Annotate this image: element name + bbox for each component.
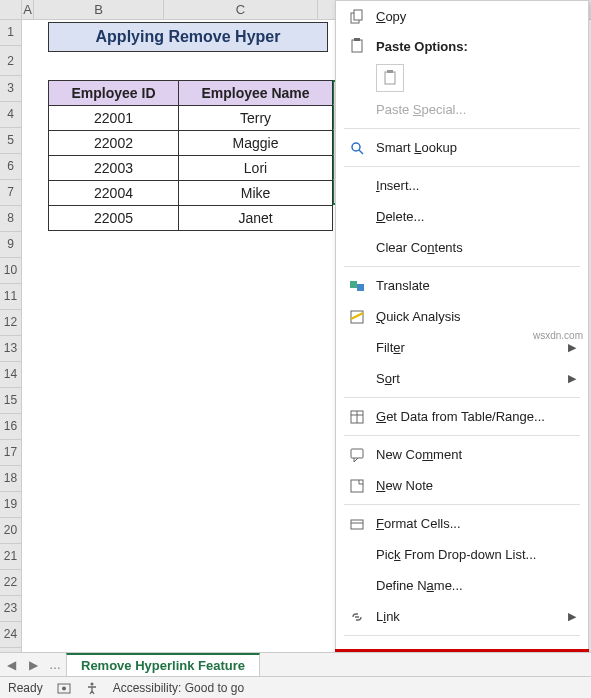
menu-sort[interactable]: Sort ▶ bbox=[336, 363, 588, 394]
row-header[interactable]: 21 bbox=[0, 544, 22, 570]
menu-separator bbox=[344, 504, 580, 505]
row-header[interactable]: 15 bbox=[0, 388, 22, 414]
menu-label: Sort bbox=[368, 371, 568, 386]
menu-label: Paste Options: bbox=[368, 39, 576, 54]
row-header[interactable]: 6 bbox=[0, 154, 22, 180]
menu-paste-special[interactable]: Paste Special... bbox=[336, 94, 588, 125]
menu-delete[interactable]: Delete... bbox=[336, 201, 588, 232]
menu-pick-list[interactable]: Pick From Drop-down List... bbox=[336, 539, 588, 570]
svg-rect-4 bbox=[385, 72, 395, 84]
svg-rect-8 bbox=[350, 281, 357, 288]
menu-define-name[interactable]: Define Name... bbox=[336, 570, 588, 601]
svg-point-6 bbox=[352, 143, 360, 151]
cell[interactable]: Terry bbox=[179, 106, 333, 131]
status-accessibility: Accessibility: Good to go bbox=[113, 681, 244, 695]
menu-quick-analysis[interactable]: Quick Analysis bbox=[336, 301, 588, 332]
row-header[interactable]: 12 bbox=[0, 310, 22, 336]
chevron-right-icon: ▶ bbox=[568, 610, 576, 623]
row-header[interactable]: 7 bbox=[0, 180, 22, 206]
menu-new-comment[interactable]: New Comment bbox=[336, 439, 588, 470]
svg-rect-2 bbox=[352, 40, 362, 52]
row-header[interactable]: 19 bbox=[0, 492, 22, 518]
svg-rect-1 bbox=[354, 10, 362, 20]
menu-separator bbox=[344, 397, 580, 398]
cell[interactable]: 22003 bbox=[49, 156, 179, 181]
accessibility-icon[interactable] bbox=[85, 681, 99, 695]
menu-new-note[interactable]: New Note bbox=[336, 470, 588, 501]
menu-label: Delete... bbox=[368, 209, 576, 224]
cell[interactable]: 22001 bbox=[49, 106, 179, 131]
svg-rect-16 bbox=[351, 520, 363, 529]
table-row[interactable]: 22003Lori bbox=[49, 156, 333, 181]
tab-nav-prev-icon[interactable]: ◀ bbox=[0, 653, 22, 676]
row-header[interactable]: 5 bbox=[0, 128, 22, 154]
row-header[interactable]: 3 bbox=[0, 76, 22, 102]
menu-separator bbox=[344, 635, 580, 636]
row-header[interactable]: 4 bbox=[0, 102, 22, 128]
svg-rect-3 bbox=[354, 38, 360, 41]
title-banner: Applying Remove Hyper bbox=[48, 22, 328, 52]
row-header[interactable]: 8 bbox=[0, 206, 22, 232]
table-row[interactable]: 22004Mike bbox=[49, 181, 333, 206]
select-all-corner[interactable] bbox=[0, 0, 22, 19]
cell[interactable]: Lori bbox=[179, 156, 333, 181]
menu-insert[interactable]: Insert... bbox=[336, 170, 588, 201]
row-header[interactable]: 18 bbox=[0, 466, 22, 492]
row-header[interactable]: 23 bbox=[0, 596, 22, 622]
col-header-C[interactable]: C bbox=[164, 0, 318, 19]
table-header-employee-id[interactable]: Employee ID bbox=[49, 81, 179, 106]
row-header[interactable]: 2 bbox=[0, 46, 22, 76]
col-header-A[interactable]: A bbox=[22, 0, 34, 19]
menu-link[interactable]: Link ▶ bbox=[336, 601, 588, 632]
cell[interactable]: 22005 bbox=[49, 206, 179, 231]
row-header[interactable]: 1 bbox=[0, 20, 22, 46]
row-header[interactable]: 9 bbox=[0, 232, 22, 258]
menu-get-data[interactable]: Get Data from Table/Range... bbox=[336, 401, 588, 432]
quick-analysis-icon bbox=[346, 308, 368, 326]
paste-button[interactable] bbox=[376, 64, 404, 92]
table-row[interactable]: 22005Janet bbox=[49, 206, 333, 231]
row-header[interactable]: 17 bbox=[0, 440, 22, 466]
table-icon bbox=[346, 408, 368, 426]
menu-clear-contents[interactable]: Clear Contents bbox=[336, 232, 588, 263]
cell[interactable]: 22002 bbox=[49, 131, 179, 156]
table-header-employee-name[interactable]: Employee Name bbox=[179, 81, 333, 106]
row-header[interactable]: 13 bbox=[0, 336, 22, 362]
row-header[interactable]: 16 bbox=[0, 414, 22, 440]
row-header[interactable]: 14 bbox=[0, 362, 22, 388]
table-row[interactable]: 22001Terry bbox=[49, 106, 333, 131]
menu-label: Format Cells... bbox=[368, 516, 576, 531]
menu-translate[interactable]: Translate bbox=[336, 270, 588, 301]
menu-copy[interactable]: Copy bbox=[336, 1, 588, 32]
sheet-tab-active[interactable]: Remove Hyperlink Feature bbox=[66, 653, 260, 676]
menu-label: New Comment bbox=[368, 447, 576, 462]
menu-label: Smart Lookup bbox=[368, 140, 576, 155]
row-header[interactable]: 20 bbox=[0, 518, 22, 544]
chevron-right-icon: ▶ bbox=[568, 341, 576, 354]
col-header-B[interactable]: B bbox=[34, 0, 164, 19]
menu-label: Paste Special... bbox=[368, 102, 576, 117]
cell[interactable]: 22004 bbox=[49, 181, 179, 206]
menu-smart-lookup[interactable]: Smart Lookup bbox=[336, 132, 588, 163]
macro-record-icon[interactable] bbox=[57, 681, 71, 695]
menu-label: Get Data from Table/Range... bbox=[368, 409, 576, 424]
menu-label: Copy bbox=[368, 9, 576, 24]
svg-rect-14 bbox=[351, 449, 363, 458]
cell[interactable]: Maggie bbox=[179, 131, 333, 156]
copy-icon bbox=[346, 8, 368, 26]
row-header[interactable]: 11 bbox=[0, 284, 22, 310]
tab-nav-next-icon[interactable]: ▶ bbox=[22, 653, 44, 676]
cell[interactable]: Mike bbox=[179, 181, 333, 206]
menu-label: Quick Analysis bbox=[368, 309, 576, 324]
table-row[interactable]: 22002Maggie bbox=[49, 131, 333, 156]
menu-separator bbox=[344, 128, 580, 129]
row-header[interactable]: 22 bbox=[0, 570, 22, 596]
link-icon bbox=[346, 608, 368, 626]
row-header[interactable]: 24 bbox=[0, 622, 22, 648]
tab-nav-more-icon[interactable]: … bbox=[44, 653, 66, 676]
row-header[interactable]: 10 bbox=[0, 258, 22, 284]
menu-format-cells[interactable]: Format Cells... bbox=[336, 508, 588, 539]
translate-icon bbox=[346, 277, 368, 295]
cell[interactable]: Janet bbox=[179, 206, 333, 231]
menu-separator bbox=[344, 435, 580, 436]
